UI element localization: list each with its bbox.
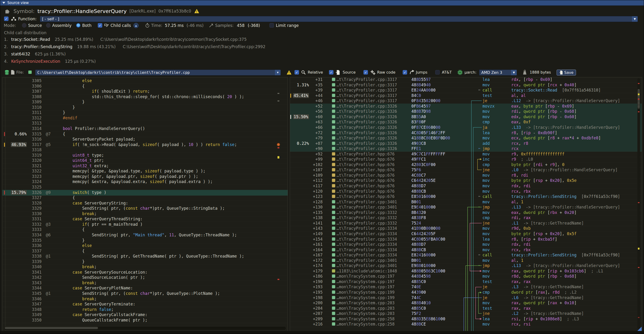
source-line-row[interactable]: 3321 uint32_t extra; xyxy=(2,163,288,169)
source-line-row[interactable]: 3345@1 SendString( ptr, (const char*)ptr… xyxy=(2,291,288,297)
asm-source-checkbox[interactable]: ✓ xyxy=(329,70,334,75)
collapse-icon[interactable] xyxy=(2,2,5,4)
save-icon xyxy=(559,70,563,75)
file-dropdown[interactable]: C:\Users\wolf\Desktop\darkrl\contrib\tra… xyxy=(35,70,281,75)
radio-source[interactable] xyxy=(22,23,26,28)
source-line-row[interactable]: 3341 case ServerQuerySourceLocation: xyxy=(2,270,288,275)
scroll-up-button[interactable]: ▲ xyxy=(134,23,138,28)
radio-assembly[interactable] xyxy=(46,23,50,28)
source-line-row[interactable]: 3344 case ServerQueryPlotName: xyxy=(2,285,288,291)
source-line-row[interactable]: 3346 break; xyxy=(2,296,288,302)
source-line-row[interactable]: 3350 QueueCallstackFrame( ptr ); xyxy=(2,318,288,323)
raw-code-checkbox[interactable]: ✓ xyxy=(364,70,368,75)
jumps-checkbox[interactable]: ✓ xyxy=(403,70,407,75)
uarch-dropdown-arrow-icon[interactable]: ▼ xyxy=(511,70,517,75)
source-line-row[interactable]: 3320 uint64_t ptr; xyxy=(2,158,288,164)
source-line-row[interactable]: 3316 ServerQueryPacket payload; xyxy=(2,137,288,142)
file-color-square xyxy=(332,131,335,135)
source-line-row[interactable]: 3342 SendSourceLocation( ptr ); xyxy=(2,275,288,281)
source-line-row[interactable]: 3343 break; xyxy=(2,280,288,286)
title-bar[interactable]: Source view xyxy=(0,0,644,6)
file-color-square xyxy=(332,322,335,326)
scrollbar-thumb[interactable] xyxy=(5,327,98,329)
limit-range-checkbox[interactable]: ✓ xyxy=(270,23,274,28)
child-call-row[interactable]: 2.tracy::Profiler::SendLongString19.88 m… xyxy=(4,44,266,50)
source-horizontal-scrollbar[interactable] xyxy=(4,326,286,330)
file-color-square xyxy=(332,232,335,235)
bottom-strip xyxy=(0,331,644,334)
source-line-row[interactable]: 3328 case ServerQueryString: xyxy=(2,200,288,206)
source-line-row[interactable]: 3310 } xyxy=(2,105,288,110)
time-value: 57.25 ms xyxy=(165,23,184,28)
source-line-row[interactable]: 3348 return false; xyxy=(2,307,288,313)
file-color-square xyxy=(332,152,335,156)
source-line-row[interactable]: 3331 case ServerQueryThreadString: xyxy=(2,216,288,222)
source-line-row[interactable]: 3347 case ServerQueryTerminate: xyxy=(2,302,288,307)
source-line-row[interactable]: 3305 else xyxy=(2,78,288,84)
assembly-pane: +31…t\TracyProfiler.cpp:3317488D5597lear… xyxy=(290,77,642,332)
source-line-row[interactable]: 3332@3 if( ptr == m_mainThread ) xyxy=(2,222,288,227)
source-line-row[interactable]: 3322 memcpy( &type, &payload.type, sizeo… xyxy=(2,168,288,174)
function-checkbox[interactable]: ✓ xyxy=(4,16,8,21)
source-line-row[interactable]: 3314bool Profiler::HandleServerQuery() xyxy=(2,126,288,132)
source-line-row[interactable]: 3318 xyxy=(2,147,288,153)
source-line-row[interactable]: 0.66%3315@7{ xyxy=(2,131,288,137)
child-calls-icon xyxy=(104,23,109,28)
child-call-row[interactable]: 4.KeSynchronizeExecution125 μs (0.27%) xyxy=(4,59,96,65)
source-line-row[interactable]: 3333 { xyxy=(2,227,288,233)
source-line-row[interactable]: 3330 break; xyxy=(2,211,288,217)
source-line-row[interactable]: 3323 memcpy( &ptr, &payload.ptr, sizeof(… xyxy=(2,174,288,179)
file-color-square xyxy=(332,280,335,283)
radio-both[interactable] xyxy=(76,23,80,28)
source-line-row[interactable]: 3338@1 SendString( ptr, GetThreadName( p… xyxy=(2,254,288,259)
cpu-icon xyxy=(458,70,463,75)
source-line-row[interactable]: 3312#endif xyxy=(2,115,288,121)
file-color-square xyxy=(332,216,335,219)
source-line-row[interactable]: 3340 break; xyxy=(2,264,288,270)
child-call-row[interactable]: 1.tracy::Socket::Read25.25 ms (54.89%)C:… xyxy=(4,37,246,43)
child-calls-checkbox[interactable]: ✓ xyxy=(98,23,102,28)
symbol-module: [DarkRL.exe] xyxy=(130,9,156,13)
file-color-square xyxy=(332,189,335,193)
file-color-square xyxy=(332,178,335,182)
function-dropdown-arrow-icon[interactable]: ▼ xyxy=(632,16,638,22)
source-line-row[interactable]: 3337 { xyxy=(2,248,288,254)
file-color-square xyxy=(332,88,335,92)
source-line-row[interactable]: 3339 } xyxy=(2,259,288,265)
file-color-square xyxy=(332,157,335,161)
source-line-row[interactable]: 3349 case ServerQueryCallstackFrame: xyxy=(2,312,288,318)
source-vertical-scrollbar[interactable] xyxy=(278,79,280,322)
file-dropdown-arrow-icon[interactable]: ▼ xyxy=(275,70,280,75)
source-line-row[interactable]: 3308 std::this_thread::sleep_for( std::c… xyxy=(2,94,288,100)
source-line-row[interactable]: 3324 memcpy( &extra, &payload.extra, siz… xyxy=(2,179,288,185)
warning-icon xyxy=(194,9,199,13)
source-line-row[interactable]: 3307 if( shouldExit ) return; xyxy=(2,89,288,94)
source-line-row[interactable]: 3327 { xyxy=(2,195,288,201)
source-line-row[interactable]: 3334@6 SendString( ptr, "Main thread", 1… xyxy=(2,232,288,238)
source-line-row[interactable]: 3335 } xyxy=(2,238,288,243)
source-line-row[interactable]: 3306 { xyxy=(2,83,288,89)
uarch-dropdown[interactable]: AMD Zen 3 ▼ xyxy=(479,70,517,75)
source-line-row[interactable]: 3329 SendString( ptr, (const char*)ptr, … xyxy=(2,206,288,211)
function-dropdown[interactable]: [ - self - ] ▼ xyxy=(40,16,638,22)
child-call-row[interactable]: 3.stat64i32625 μs (1.36%) xyxy=(4,52,66,57)
att-checkbox[interactable]: ✓ xyxy=(435,70,440,75)
relative-checkbox[interactable]: ✓ xyxy=(294,70,299,75)
source-line-row[interactable]: 3319 uint8_t type; xyxy=(2,153,288,158)
save-button[interactable]: Save xyxy=(556,70,576,75)
resize-grip[interactable] xyxy=(638,327,642,331)
symbol-row: Symbol: tracy::Profiler::HandleServerQue… xyxy=(0,6,644,16)
file-color-square xyxy=(332,104,335,108)
source-line-row[interactable]: 46.93%3317@5 if( !m_sock->Read( &payload… xyxy=(2,142,288,148)
file-color-square xyxy=(332,237,335,241)
source-line-row[interactable]: 3311} xyxy=(2,110,288,116)
source-line-row[interactable]: 15.79%3326@9 switch( type ) xyxy=(2,190,288,195)
assembly-vertical-scrollbar[interactable] xyxy=(638,78,640,329)
mode-label: Mode: xyxy=(4,23,16,28)
source-line-row[interactable]: 3309 } xyxy=(2,99,288,105)
source-line-row[interactable]: 3325 xyxy=(2,184,288,190)
source-line-row[interactable]: 3313 xyxy=(2,121,288,126)
source-line-row[interactable]: 3336 else xyxy=(2,243,288,249)
file-color-square xyxy=(332,290,335,294)
file-icon xyxy=(11,70,15,75)
